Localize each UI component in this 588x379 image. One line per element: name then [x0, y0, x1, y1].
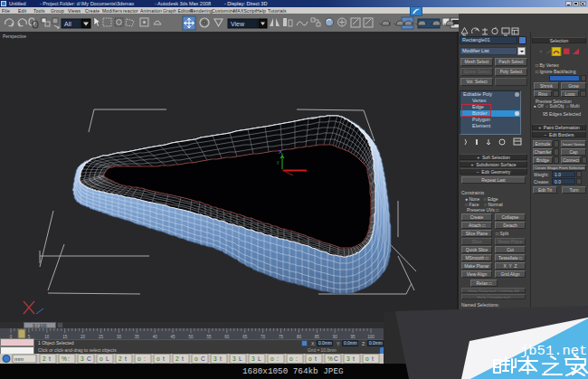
svg-text:%: %	[62, 355, 67, 362]
svg-text:70: 70	[261, 335, 266, 339]
svg-text:30: 30	[117, 335, 122, 339]
svg-text:View: View	[231, 21, 245, 27]
svg-text:C: C	[87, 355, 91, 362]
svg-text::: :	[296, 355, 298, 362]
svg-text:85: 85	[315, 335, 320, 339]
svg-text:C: C	[334, 355, 338, 362]
svg-text:o: o	[100, 355, 103, 362]
svg-text:95: 95	[351, 335, 356, 339]
svg-text:t: t	[163, 355, 165, 362]
svg-text:o: o	[156, 355, 160, 362]
svg-text:90: 90	[333, 335, 338, 339]
svg-text:2: 2	[175, 355, 179, 362]
svg-text::: :	[277, 355, 279, 362]
svg-text:100: 100	[367, 335, 375, 339]
svg-text:mm: mm	[14, 356, 24, 362]
svg-text:t: t	[220, 355, 222, 362]
svg-text:t: t	[372, 355, 374, 362]
svg-text:25: 25	[99, 335, 104, 339]
svg-text:35: 35	[135, 335, 140, 339]
svg-text:t: t	[125, 355, 127, 362]
svg-text:C: C	[201, 355, 205, 362]
svg-text:50: 50	[188, 335, 194, 339]
svg-text:75: 75	[279, 335, 284, 339]
svg-text:60: 60	[224, 335, 230, 339]
svg-text:3: 3	[232, 355, 236, 362]
svg-text:L: L	[258, 355, 261, 362]
svg-text:t: t	[182, 355, 184, 362]
svg-text:2: 2	[119, 355, 122, 362]
svg-text:3: 3	[81, 355, 84, 362]
svg-text:o: o	[365, 355, 369, 362]
svg-text:t: t	[353, 355, 355, 362]
svg-text:2: 2	[43, 355, 46, 362]
svg-text:80: 80	[297, 335, 302, 339]
svg-text:t: t	[49, 355, 51, 362]
svg-text:%: %	[327, 355, 333, 362]
svg-text:L: L	[106, 355, 109, 362]
svg-text::: :	[144, 355, 146, 362]
svg-text:3: 3	[251, 355, 255, 362]
svg-text:o: o	[194, 355, 198, 362]
svg-text:o: o	[270, 355, 274, 362]
svg-text:o: o	[289, 355, 293, 362]
svg-text:20: 20	[81, 335, 86, 339]
svg-text:All: All	[64, 21, 71, 27]
svg-text:65: 65	[242, 335, 248, 339]
svg-text:3: 3	[346, 355, 350, 362]
svg-text:45: 45	[171, 335, 176, 339]
svg-text:40: 40	[153, 335, 158, 339]
svg-text:o: o	[138, 355, 141, 362]
svg-text:55: 55	[206, 335, 212, 339]
svg-text:o: o	[308, 355, 312, 362]
svg-text:10: 10	[44, 335, 50, 339]
svg-text:15: 15	[62, 335, 68, 339]
svg-text:3: 3	[213, 355, 217, 362]
svg-text::: :	[68, 355, 70, 362]
svg-text:t: t	[315, 355, 317, 362]
svg-text:L: L	[239, 355, 242, 362]
